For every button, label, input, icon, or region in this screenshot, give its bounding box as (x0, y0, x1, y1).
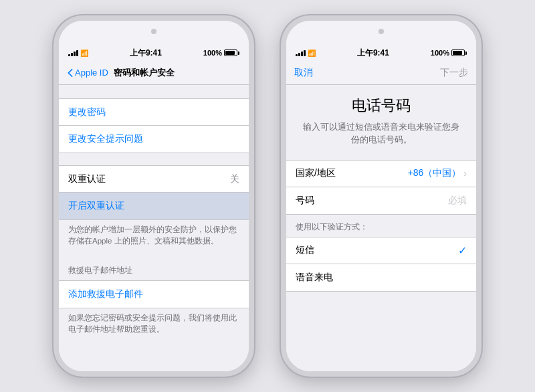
add-rescue-label: 添加救援电子邮件 (68, 288, 143, 300)
passwords-list: 更改密码 更改安全提示问题 (59, 98, 249, 153)
signal-icon-2 (296, 50, 306, 56)
phone-2: 📶 上午9:41 100% 取消 下一步 电话号码 输入可以通过短信或语音来电来… (281, 15, 481, 377)
back-label-1: Apple ID (75, 68, 108, 78)
voice-item[interactable]: 语音来电 (286, 264, 476, 291)
nav-bar-2: 取消 下一步 (286, 61, 476, 85)
camera (151, 29, 156, 34)
time-2: 上午9:41 (357, 47, 389, 59)
verify-methods-list: 短信 ✓ 语音来电 (286, 237, 476, 292)
rescue-desc: 如果您忘记密码或安全提示问题，我们将使用此电子邮件地址帮助您重设。 (59, 308, 249, 338)
chevron-left-icon (67, 68, 74, 78)
country-value-area: +86（中国） › (408, 167, 467, 179)
wifi-icon: 📶 (80, 50, 88, 57)
add-rescue-item[interactable]: 添加救援电子邮件 (59, 281, 249, 308)
phone-number-desc: 输入可以通过短信或语音来电来验证您身份的电话号码。 (296, 121, 467, 146)
number-placeholder: 必填 (448, 195, 467, 207)
cancel-button[interactable]: 取消 (294, 67, 313, 79)
country-item[interactable]: 国家/地区 +86（中国） › (286, 161, 476, 187)
signal-area: 📶 (68, 50, 88, 57)
battery-icon (224, 50, 239, 56)
change-security-label: 更改安全提示问题 (68, 133, 143, 145)
chevron-icon: › (463, 168, 467, 179)
battery-percent-1: 100% (203, 49, 222, 57)
sms-item[interactable]: 短信 ✓ (286, 237, 476, 264)
screen-2: 电话号码 输入可以通过短信或语音来电来验证您身份的电话号码。 国家/地区 +86… (286, 85, 476, 371)
battery-icon-2 (451, 50, 467, 56)
section-passwords: 更改密码 更改安全提示问题 (59, 98, 249, 153)
verify-section-header: 使用以下验证方式： (286, 215, 476, 237)
wifi-icon-2: 📶 (308, 50, 316, 57)
country-value: +86（中国） (408, 167, 461, 179)
number-item[interactable]: 号码 必填 (286, 187, 476, 214)
camera-2 (379, 29, 384, 34)
battery-area-2: 100% (431, 49, 467, 57)
next-button[interactable]: 下一步 (440, 67, 468, 79)
battery-percent-2: 100% (431, 49, 449, 57)
nav-title-1: 密码和帐户安全 (114, 67, 175, 79)
phone-number-title: 电话号码 (296, 96, 467, 116)
signal-icon (68, 50, 78, 56)
enable-2fa-label: 开启双重认证 (68, 200, 124, 212)
sms-label: 短信 (296, 244, 314, 256)
phone-fields-list: 国家/地区 +86（中国） › 号码 必填 (286, 160, 476, 215)
change-password-item[interactable]: 更改密码 (59, 99, 249, 126)
screen-1: 更改密码 更改安全提示问题 双重认证 关 开启双重认证 为您的帐户增加一层额外的… (59, 85, 249, 371)
section-2fa: 双重认证 关 开启双重认证 为您的帐户增加一层额外的安全防护，以保护您存储在Ap… (59, 165, 249, 250)
2fa-list: 双重认证 关 开启双重认证 (59, 165, 249, 220)
battery-area: 100% (203, 49, 239, 57)
2fa-desc: 为您的帐户增加一层额外的安全防护，以保护您存储在Apple 上的照片、文稿和其他… (59, 220, 249, 250)
change-password-label: 更改密码 (68, 106, 106, 118)
section-rescue: 救援电子邮件地址 添加救援电子邮件 如果您忘记密码或安全提示问题，我们将使用此电… (59, 262, 249, 338)
change-security-item[interactable]: 更改安全提示问题 (59, 126, 249, 153)
rescue-list: 添加救援电子邮件 (59, 280, 249, 308)
country-label: 国家/地区 (296, 167, 336, 179)
phone-top-2 (286, 21, 476, 45)
number-label: 号码 (296, 195, 314, 207)
back-button-1[interactable]: Apple ID (67, 68, 108, 78)
voice-label: 语音来电 (296, 272, 333, 284)
enable-2fa-item[interactable]: 开启双重认证 (59, 193, 249, 219)
2fa-header-item: 双重认证 关 (59, 166, 249, 193)
phone-1: 📶 上午9:41 100% Apple ID 密码和帐户安全 更改密码 (54, 15, 254, 377)
nav-bar-1: Apple ID 密码和帐户安全 (59, 61, 249, 85)
status-bar-1: 📶 上午9:41 100% (59, 45, 249, 61)
rescue-header: 救援电子邮件地址 (59, 262, 249, 280)
phone-top (59, 21, 249, 45)
2fa-label: 双重认证 (68, 173, 106, 185)
2fa-value: 关 (230, 173, 239, 185)
signal-area-2: 📶 (296, 50, 316, 57)
sms-checkmark: ✓ (458, 244, 467, 257)
phone2-content: 电话号码 输入可以通过短信或语音来电来验证您身份的电话号码。 (286, 85, 476, 146)
time-1: 上午9:41 (130, 47, 162, 59)
status-bar-2: 📶 上午9:41 100% (286, 45, 476, 61)
